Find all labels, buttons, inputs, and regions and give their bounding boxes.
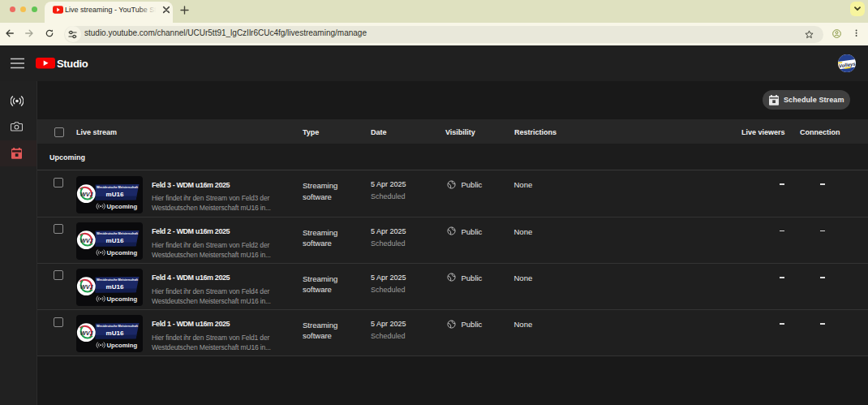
svg-text:WVJ: WVJ (80, 237, 94, 244)
svg-text:Westdeutsche Meisterschaft: Westdeutsche Meisterschaft (97, 278, 139, 282)
svg-text:mU16: mU16 (106, 284, 124, 291)
svg-text:WVJ: WVJ (80, 190, 94, 197)
svg-text:Westdeutsche Meisterschaft: Westdeutsche Meisterschaft (97, 231, 139, 235)
svg-text:Upcoming: Upcoming (107, 203, 138, 210)
svg-text:Westdeutsche Meisterschaft: Westdeutsche Meisterschaft (97, 185, 139, 189)
svg-text:Upcoming: Upcoming (107, 343, 138, 350)
svg-text:mU16: mU16 (106, 330, 124, 338)
svg-text:mU16: mU16 (106, 191, 124, 198)
svg-text:WVJ: WVJ (80, 283, 94, 291)
svg-text:Westdeutsche Meisterschaft: Westdeutsche Meisterschaft (97, 324, 139, 328)
svg-text:Upcoming: Upcoming (107, 250, 138, 257)
svg-text:Upcoming: Upcoming (107, 296, 138, 304)
svg-text:mU16: mU16 (106, 238, 124, 245)
svg-text:WVJ: WVJ (80, 330, 94, 337)
